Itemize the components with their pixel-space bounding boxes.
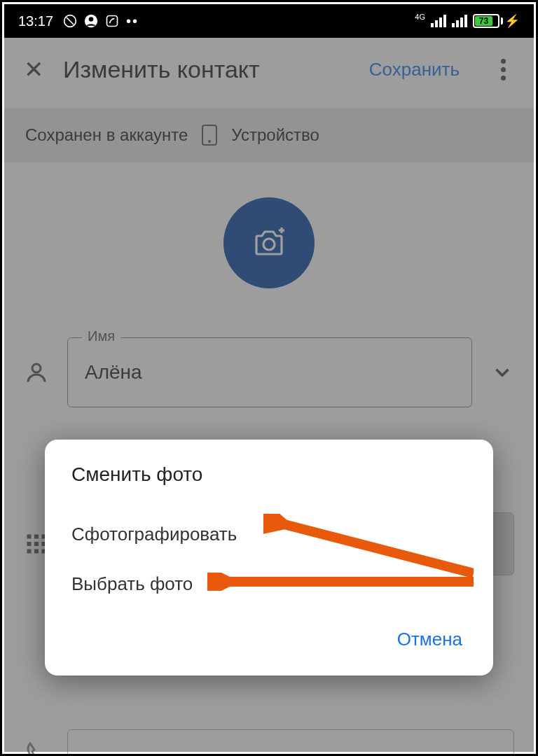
- option-take-photo[interactable]: Сфотографировать: [71, 510, 467, 559]
- cancel-button[interactable]: Отмена: [393, 622, 467, 657]
- person-icon: [24, 360, 49, 385]
- svg-point-5: [263, 239, 275, 250]
- saved-in-label: Сохранен в аккаунте: [25, 125, 188, 145]
- page-title: Изменить контакт: [63, 56, 260, 83]
- add-photo-button[interactable]: [223, 197, 315, 288]
- svg-point-8: [32, 364, 41, 372]
- svg-rect-16: [34, 550, 39, 554]
- svg-rect-12: [27, 542, 32, 546]
- account-bar[interactable]: Сохранен в аккаунте Устройство: [4, 108, 534, 162]
- dnd-icon: [63, 14, 77, 28]
- chevron-down-icon[interactable]: [490, 360, 514, 384]
- svg-rect-13: [34, 542, 39, 546]
- account-location: Устройство: [231, 125, 319, 145]
- change-photo-dialog: Сменить фото Сфотографировать Выбрать фо…: [45, 440, 493, 676]
- account-icon: [84, 14, 98, 28]
- camera-plus-icon: [252, 226, 286, 260]
- svg-point-3: [89, 17, 94, 22]
- svg-rect-10: [34, 535, 39, 539]
- save-button[interactable]: Сохранить: [369, 59, 460, 80]
- svg-rect-9: [27, 535, 32, 539]
- more-notifications-icon: ••: [126, 13, 139, 29]
- device-icon: [202, 125, 217, 146]
- charging-icon: ⚡: [504, 13, 520, 29]
- more-options-icon[interactable]: [492, 59, 514, 80]
- svg-rect-15: [27, 550, 32, 554]
- option-pick-photo[interactable]: Выбрать фото: [71, 559, 467, 609]
- status-bar: 13:17 •• 4G 73 ⚡: [4, 4, 534, 38]
- status-time: 13:17: [18, 13, 53, 29]
- phone-field[interactable]: [67, 729, 514, 756]
- name-field-value: Алёна: [85, 361, 142, 384]
- battery-icon: 73 ⚡: [473, 13, 520, 29]
- close-icon[interactable]: ✕: [24, 55, 43, 83]
- phone-icon: [24, 741, 49, 756]
- svg-line-1: [67, 18, 74, 24]
- app-bar: ✕ Изменить контакт Сохранить: [4, 38, 534, 101]
- dialog-title: Сменить фото: [71, 463, 467, 486]
- name-field[interactable]: Имя Алёна: [67, 337, 472, 407]
- svg-rect-4: [107, 16, 118, 27]
- network-type: 4G: [415, 13, 425, 21]
- app-icon: [105, 14, 119, 28]
- signal-2-icon: [452, 15, 467, 27]
- name-field-label: Имя: [82, 328, 120, 344]
- signal-1-icon: [431, 15, 446, 27]
